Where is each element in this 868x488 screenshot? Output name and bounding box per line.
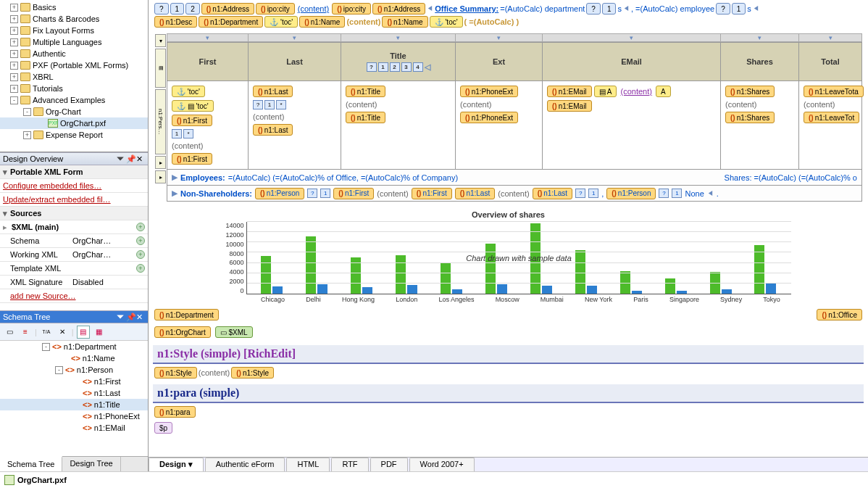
document-tab-label[interactable]: OrgChart.pxf [17,476,67,484]
xml-tag[interactable]: ()n1:para [154,406,196,418]
tree-item[interactable]: +PXF (Portable XML Forms) [0,59,148,71]
expand-icon[interactable]: + [10,38,18,46]
view-tab[interactable]: Word 2007+ [409,458,475,471]
column-header[interactable]: Last [248,42,341,81]
tree-item[interactable]: -Org-Chart [0,106,148,117]
xml-tag[interactable]: ()n1:LeaveTota [804,86,864,97]
xml-tag[interactable]: ()n1:Title [346,112,385,123]
toc-tag[interactable]: ⚓ 'toc' [172,86,205,97]
column-header[interactable]: Ext [455,42,542,81]
view-tab[interactable]: HTML [286,458,330,471]
tb-btn-3[interactable]: T/A [40,326,53,339]
xml-tag[interactable]: 1 [732,3,746,15]
tree-item[interactable]: PXFOrgChart.pxf [0,117,148,129]
xml-close-tag[interactable]: ()n1:Office [817,309,862,320]
xml-tag[interactable]: ()n1:First [172,115,212,126]
p-tag[interactable]: $p [154,422,172,434]
xml-tag[interactable]: ()n1:Last [253,86,293,97]
side-btn[interactable]: ▤ [155,49,166,88]
expand-icon[interactable]: + [10,27,18,35]
tree-item[interactable]: +Authentic [0,48,148,59]
xml-close-tag[interactable]: ()n1:Department [154,309,219,320]
project-tree[interactable]: +Basics+Charts & Barcodes+Fix Layout For… [0,0,148,152]
xml-tag[interactable]: 1 [602,3,617,15]
xml-tag[interactable]: ()n1:Desc [154,16,197,28]
expand-icon[interactable]: - [42,343,50,351]
xml-tag[interactable]: ? [586,3,601,15]
attr-tag[interactable]: ▤ A [594,86,617,97]
cond-chip[interactable]: 1 [320,189,330,198]
xml-tag[interactable]: ()n1:Address [372,3,425,15]
col-grip[interactable]: ▾ [455,33,542,42]
col-grip[interactable]: ▾ [341,33,455,42]
xml-tag[interactable]: ()ipo:city [256,3,295,15]
overview-row[interactable]: Configure embedded files… [0,179,148,193]
view-tab[interactable]: PDF [370,458,408,471]
col-grip[interactable]: ▾ [798,33,862,42]
schema-item[interactable]: <>n1:EMail [0,422,148,434]
xml-tag[interactable]: ()n1:Person [606,188,656,199]
add-icon[interactable]: + [136,236,145,245]
tb-btn-2[interactable]: ≡ [19,326,32,339]
xml-tag[interactable]: ()n1:Name [299,16,345,28]
design-overview-panel[interactable]: ▾Portable XML FormConfigure embedded fil… [0,165,148,310]
expand-icon[interactable]: + [10,15,18,23]
cond-chip[interactable]: 1 [588,189,598,198]
xml-tag[interactable]: ()n1:First [172,153,212,165]
close-icon[interactable]: ✕ [136,313,145,321]
view-tab[interactable]: Authentic eForm [205,458,285,471]
xml-tag[interactable]: 2 [185,3,200,15]
schema-item[interactable]: <>n1:First [0,376,148,387]
xml-tag[interactable]: ()n1:EMail [547,100,592,112]
xml-tag[interactable]: ()n1:EMail [547,86,592,97]
tb-btn-6[interactable]: ▦ [93,326,106,339]
expand-icon[interactable]: - [55,366,63,374]
col-grip[interactable]: ▾ [167,33,248,42]
schema-item[interactable]: <>n1:PhoneExt [0,410,148,422]
expand-icon[interactable]: + [10,73,18,81]
tree-item[interactable]: +XBRL [0,71,148,83]
col-grip[interactable]: ▾ [248,33,341,42]
column-header[interactable]: Shares [720,42,798,81]
schema-item[interactable]: -<>n1:Person [0,364,148,376]
column-header[interactable]: Title?1234◁ [341,42,455,81]
design-view-tabs[interactable]: Design ▾Authentic eFormHTMLRTFPDFWord 20… [149,457,868,471]
view-tab[interactable]: RTF [331,458,368,471]
schema-tabs[interactable]: Schema TreeDesign Tree [0,456,148,471]
xml-tag[interactable]: ()n1:Last [533,188,572,199]
schema-tree[interactable]: -<>n1:Department<>n1:Name-<>n1:Person<>n… [0,341,148,456]
tree-item[interactable]: +Fix Layout Forms [0,25,148,36]
xml-tag[interactable]: ()n1:Last [455,188,495,199]
xml-tag[interactable]: ()n1:LeaveTot [804,112,859,123]
column-header[interactable]: EMail [542,42,720,81]
xml-tag[interactable]: ()n1:PhoneExt [460,86,518,97]
side-btn[interactable]: ▾ [155,34,166,47]
tree-item[interactable]: +Charts & Barcodes [0,13,148,25]
schema-item[interactable]: -<>n1:Department [0,341,148,352]
xml-tag[interactable]: ()n1:PhoneExt [460,112,518,123]
toc-tag[interactable]: ⚓ ▤ 'toc' [172,100,214,112]
expand-icon[interactable]: + [23,131,31,139]
schema-item[interactable]: <>n1:Last [0,387,148,399]
content-link[interactable]: (content) [620,87,651,96]
cond-chip[interactable]: ? [659,189,669,198]
expand-icon[interactable]: - [23,108,31,116]
xml-tag[interactable]: ()n1:Title [346,86,385,97]
expand-icon[interactable]: + [10,62,18,70]
xml-tag[interactable]: ()n1:Style [154,367,197,379]
xml-tag[interactable]: ()n1:Department [199,16,263,28]
tree-item[interactable]: +Basics [0,1,148,13]
add-icon[interactable]: + [136,223,145,231]
attr-tag[interactable]: A [656,86,671,97]
close-icon[interactable]: ✕ [136,154,145,163]
xml-close-tag[interactable]: ▭ $XML [215,326,253,338]
xml-tag[interactable]: ? [154,3,169,15]
xml-tag[interactable]: ()n1:Address [201,3,254,15]
schema-item[interactable]: <>n1:Name [0,352,148,364]
cond-chip[interactable]: ? [307,189,317,198]
xml-tag[interactable]: ()n1:Style [231,367,274,379]
add-icon[interactable]: + [136,264,145,273]
design-surface[interactable]: ?12()n1:Address()ipo:city(content)()ipo:… [149,0,868,471]
side-btn[interactable]: ▸ [155,170,166,183]
xml-tag[interactable]: ()n1:First [412,188,452,199]
